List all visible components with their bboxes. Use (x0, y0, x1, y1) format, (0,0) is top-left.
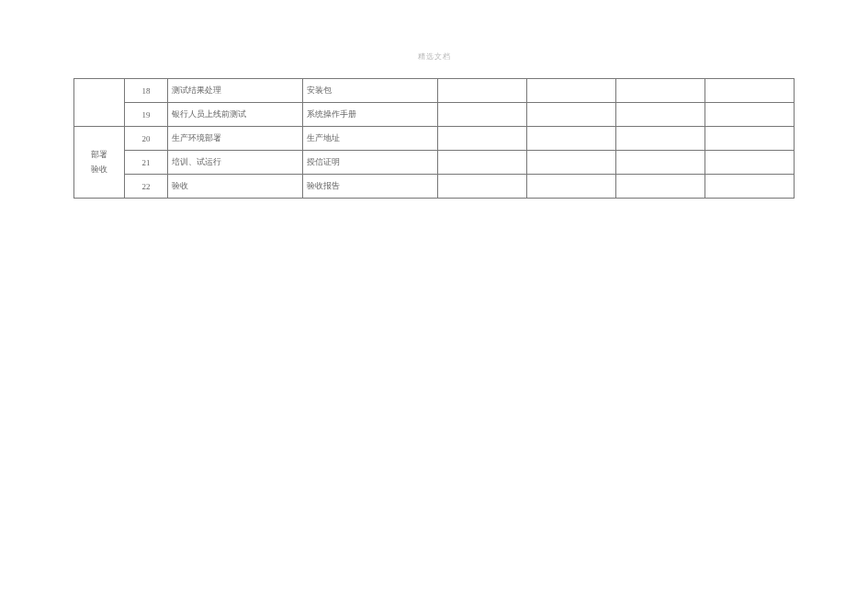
table-row: 22 验收 验收报告 (74, 175, 795, 199)
row-task: 测试结果处理 (168, 79, 303, 103)
document-table-wrapper: 18 测试结果处理 安装包 19 银行人员上线前测试 系统操作手册 (73, 78, 795, 199)
row-blank (527, 151, 616, 175)
category-line2: 验收 (91, 165, 107, 174)
row-task: 生产环境部署 (168, 127, 303, 151)
row-blank (616, 175, 705, 199)
row-number: 18 (125, 79, 168, 103)
table-row: 21 培训、试运行 授信证明 (74, 151, 795, 175)
row-blank (438, 151, 527, 175)
row-deliverable: 授信证明 (303, 151, 438, 175)
row-blank (527, 79, 616, 103)
row-blank (438, 79, 527, 103)
row-blank (616, 103, 705, 127)
row-blank (705, 151, 795, 175)
row-blank (616, 151, 705, 175)
row-deliverable: 系统操作手册 (303, 103, 438, 127)
row-task: 培训、试运行 (168, 151, 303, 175)
project-phase-table: 18 测试结果处理 安装包 19 银行人员上线前测试 系统操作手册 (73, 78, 795, 199)
row-blank (438, 103, 527, 127)
row-blank (527, 175, 616, 199)
row-number: 22 (125, 175, 168, 199)
row-deliverable: 验收报告 (303, 175, 438, 199)
row-blank (527, 127, 616, 151)
row-task: 银行人员上线前测试 (168, 103, 303, 127)
row-task: 验收 (168, 175, 303, 199)
table-row: 19 银行人员上线前测试 系统操作手册 (74, 103, 795, 127)
table-row: 部署 验收 20 生产环境部署 生产地址 (74, 127, 795, 151)
row-blank (438, 175, 527, 199)
row-deliverable: 安装包 (303, 79, 438, 103)
category-line1: 部署 (91, 150, 107, 159)
row-blank (705, 79, 795, 103)
row-blank (527, 103, 616, 127)
row-blank (705, 175, 795, 199)
row-blank (616, 79, 705, 103)
page-header-watermark: 精选文档 (0, 0, 868, 78)
row-blank (705, 127, 795, 151)
category-cell-empty (74, 79, 125, 127)
row-blank (438, 127, 527, 151)
table-row: 18 测试结果处理 安装包 (74, 79, 795, 103)
row-number: 19 (125, 103, 168, 127)
row-blank (616, 127, 705, 151)
row-deliverable: 生产地址 (303, 127, 438, 151)
row-number: 20 (125, 127, 168, 151)
category-cell-deployment-acceptance: 部署 验收 (74, 127, 125, 199)
row-number: 21 (125, 151, 168, 175)
row-blank (705, 103, 795, 127)
